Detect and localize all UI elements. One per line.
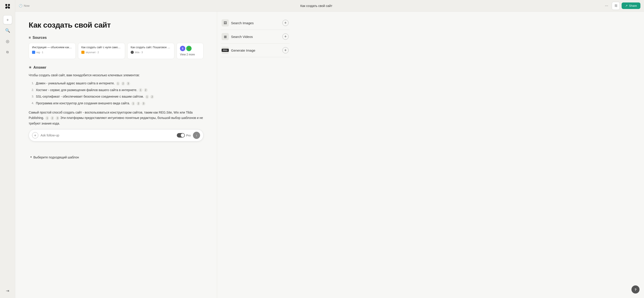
source-card-2[interactable]: Как создать сайт с нуля самостоятельно -… (78, 43, 125, 59)
list-number-2: 2. (29, 87, 34, 92)
list-text-3: SSL-сертификат - обеспечивает безопасное… (36, 94, 154, 99)
citation-3-1[interactable]: 1 (145, 95, 149, 99)
answer-icon: ✳ (29, 65, 32, 70)
source-card-meta-3: tilda · 3 (131, 51, 171, 54)
citation-1-2[interactable]: 2 (121, 82, 125, 85)
header-right: ··· ⛓ ↗ Share (603, 2, 640, 10)
login-button[interactable]: ⇥ (3, 286, 12, 295)
search-videos-left: ▦ Search Videos (222, 33, 253, 40)
followup-input[interactable] (40, 133, 174, 137)
list-text-4: Программа или конструктор для создания в… (36, 101, 146, 106)
generate-image-label: Generate Image (231, 49, 255, 52)
pro-toggle-container: Pro (177, 133, 191, 137)
citation-2-2[interactable]: 2 (144, 88, 148, 92)
submit-icon: ↑ (196, 133, 198, 137)
answer-header: ✳ Answer (29, 65, 204, 70)
right-panel: 🖼 Search Images + ▦ Search Videos + (217, 12, 293, 298)
list-number-1: 1. (29, 81, 34, 86)
header-left: 🕐 Now (19, 4, 30, 8)
citation-2-1[interactable]: 1 (139, 88, 142, 92)
discover-nav-button[interactable]: ◎ (3, 37, 12, 46)
generate-image-add-button[interactable]: + (282, 47, 288, 53)
source-domain-1: reg · 1 (36, 51, 43, 54)
source-card-title-3: Как создать сайт. Пошаговое руководство.… (131, 46, 171, 49)
source-card-title-2: Как создать сайт с нуля самостоятельно -… (81, 46, 122, 49)
pro-label: Pro (186, 134, 191, 137)
source-card-meta-1: reg · 1 (32, 51, 72, 54)
source-icon-1 (32, 51, 35, 54)
search-images-item[interactable]: 🖼 Search Images + (221, 16, 290, 30)
source-card-title-1: Инструкция — объясняем как создать... (32, 46, 72, 49)
avatar-1: S (180, 46, 185, 51)
sources-section-header: ≡ Sources (29, 36, 204, 40)
followup-attach-button[interactable]: ＋ (32, 132, 38, 138)
top-header: 🕐 Now Как создать свой сайт ··· ⛓ ↗ Shar… (15, 0, 644, 12)
search-videos-item[interactable]: ▦ Search Videos + (221, 30, 290, 44)
view-more-card[interactable]: S 🌿 View 2 more (176, 43, 204, 59)
bullet-dot (30, 157, 32, 158)
source-card-3[interactable]: Как создать сайт. Пошаговое руководство.… (127, 43, 174, 59)
answer-para: Самый простой способ создать сайт - восп… (29, 110, 204, 126)
library-icon: ⧉ (6, 50, 9, 54)
search-videos-add-button[interactable]: + (282, 34, 288, 40)
svg-rect-1 (8, 4, 10, 6)
more-options-button[interactable]: ··· (603, 3, 610, 9)
library-nav-button[interactable]: ⧉ (3, 48, 12, 57)
source-icon-3 (131, 51, 134, 54)
image-search-icon: 🖼 (224, 21, 227, 25)
login-icon: ⇥ (6, 288, 9, 293)
share-icon: ↗ (625, 4, 628, 8)
svg-rect-2 (6, 7, 7, 9)
search-images-add-button[interactable]: + (282, 20, 288, 26)
citation-1-1[interactable]: 1 (116, 82, 120, 85)
generate-image-icon-container: PRO (222, 47, 229, 54)
citation-1-3[interactable]: 3 (126, 82, 130, 85)
dots-icon: ··· (605, 3, 608, 8)
citation-3-2[interactable]: 2 (150, 95, 154, 99)
para-citation-1[interactable]: 1 (45, 116, 49, 120)
followup-wrapper: ＋ Pro ↑ (29, 129, 204, 141)
followup-submit-button[interactable]: ↑ (193, 132, 200, 139)
source-card-1[interactable]: Инструкция — объясняем как создать... re… (29, 43, 76, 59)
answer-title: Answer (34, 66, 46, 70)
search-images-icon-container: 🖼 (222, 19, 229, 27)
source-domain-3: tilda · 3 (135, 51, 143, 54)
pro-toggle-switch[interactable] (177, 133, 185, 137)
new-thread-button[interactable]: ＋ (3, 15, 12, 24)
answer-list-item-3: 3. SSL-сертификат - обеспечивает безопас… (29, 94, 204, 99)
search-images-label: Search Images (231, 21, 254, 25)
sources-title: Sources (32, 36, 46, 40)
citation-4-2[interactable]: 2 (136, 102, 140, 105)
search-nav-button[interactable]: 🔍 (3, 26, 12, 35)
followup-bar: ＋ Pro ↑ (29, 129, 204, 141)
header-timestamp: Now (24, 4, 30, 8)
copy-link-button[interactable]: ⛓ (612, 2, 620, 10)
citation-4-3[interactable]: 3 (142, 102, 146, 105)
search-icon: 🔍 (5, 28, 10, 33)
answer-intro: Чтобы создать свой сайт, вам понадобится… (29, 73, 204, 78)
compass-icon: ◎ (6, 39, 10, 44)
avatar-2: 🌿 (186, 46, 192, 51)
bullet-item-1: Выберите подходящий шаблон (30, 155, 204, 160)
answer-section: ✳ Answer Чтобы создать свой сайт, вам по… (29, 65, 204, 160)
search-images-left: 🖼 Search Images (222, 19, 254, 27)
view-more-avatars: S 🌿 (180, 46, 200, 51)
main-content: Как создать свой сайт ≡ Sources Инструкц… (15, 12, 644, 298)
list-number-3: 3. (29, 94, 34, 99)
page-title: Как создать свой сайт (29, 21, 204, 29)
citation-4-1[interactable]: 1 (131, 102, 135, 105)
answer-list: 1. Домен - уникальный адрес вашего сайта… (29, 81, 204, 106)
answer-list-item-4: 4. Программа или конструктор для создани… (29, 101, 204, 106)
help-button[interactable]: ? (632, 285, 640, 293)
generate-image-item[interactable]: PRO Generate Image + (221, 44, 290, 57)
generate-image-left: PRO Generate Image (222, 47, 255, 54)
answer-list-item-1: 1. Домен - уникальный адрес вашего сайта… (29, 81, 204, 86)
para-citation-2[interactable]: 2 (50, 116, 54, 120)
list-text-2: Хостинг - сервис для размещения файлов в… (36, 87, 148, 93)
bullet-text: Выберите подходящий шаблон (34, 155, 79, 160)
para-citation-3[interactable]: 3 (56, 116, 60, 120)
answer-list-item-2: 2. Хостинг - сервис для размещения файло… (29, 87, 204, 93)
sidebar: ＋ 🔍 ◎ ⧉ ⇥ (0, 0, 15, 298)
plus-icon-generate: + (284, 48, 287, 53)
share-button[interactable]: ↗ Share (622, 3, 640, 9)
